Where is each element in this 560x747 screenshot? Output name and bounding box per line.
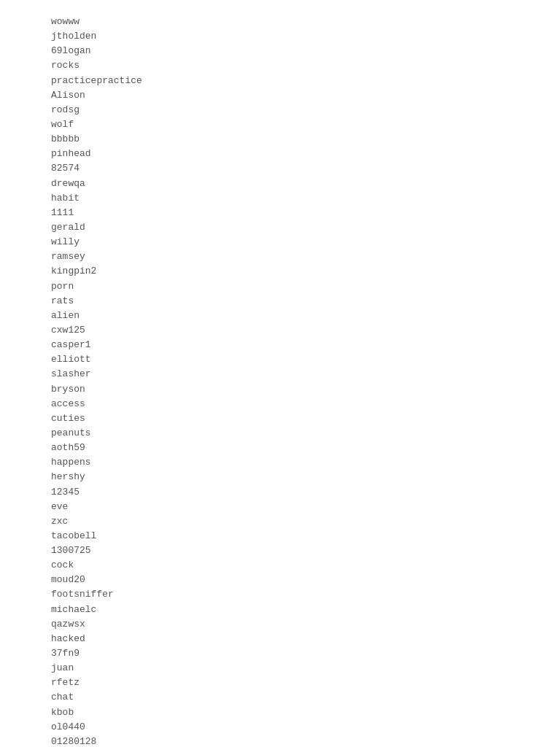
list-item: 82574	[51, 161, 509, 176]
list-item: tacobell	[51, 529, 509, 543]
list-item: hershy	[51, 470, 509, 484]
list-item: happens	[51, 455, 509, 470]
word-list: wowwwjtholden69loganrockspracticepractic…	[51, 15, 509, 747]
list-item: Alison	[51, 88, 509, 103]
list-item: kingpin2	[51, 264, 509, 279]
list-item: slasher	[51, 367, 509, 382]
list-item: bryson	[51, 382, 509, 397]
list-item: peanuts	[51, 426, 509, 441]
list-item: 1300725	[51, 543, 509, 558]
list-item: porn	[51, 279, 509, 294]
list-item: jtholden	[51, 29, 509, 44]
list-item: habit	[51, 191, 509, 206]
list-item: practicepractice	[51, 74, 509, 88]
list-item: alien	[51, 309, 509, 323]
list-item: 1111	[51, 206, 509, 220]
list-item: zxc	[51, 514, 509, 529]
list-item: michaelc	[51, 603, 509, 617]
list-item: qazwsx	[51, 617, 509, 632]
list-item: rfetz	[51, 676, 509, 690]
list-item: cxw125	[51, 323, 509, 338]
list-item: 12345	[51, 485, 509, 500]
list-item: rocks	[51, 58, 509, 73]
list-item: 37fn9	[51, 646, 509, 661]
list-item: willy	[51, 235, 509, 249]
list-item: pinhead	[51, 147, 509, 161]
list-item: gerald	[51, 220, 509, 235]
list-item: moud20	[51, 573, 509, 587]
list-item: chat	[51, 690, 509, 705]
list-item: casper1	[51, 338, 509, 352]
list-item: rats	[51, 294, 509, 309]
list-item: access	[51, 397, 509, 411]
list-item: aoth59	[51, 441, 509, 455]
list-item: elliott	[51, 352, 509, 367]
list-item: rodsg	[51, 103, 509, 117]
list-item: kbob	[51, 705, 509, 720]
list-item: wolf	[51, 117, 509, 132]
list-item: wowww	[51, 15, 509, 29]
list-item: eve	[51, 500, 509, 514]
list-item: juan	[51, 661, 509, 676]
list-item: bbbbb	[51, 132, 509, 147]
list-item: 69logan	[51, 44, 509, 58]
list-item: drewqa	[51, 177, 509, 191]
list-item: cuties	[51, 411, 509, 426]
list-item: ol0440	[51, 720, 509, 735]
list-item: cock	[51, 558, 509, 573]
list-item: ramsey	[51, 249, 509, 264]
list-item: 01280128	[51, 735, 509, 747]
list-item: footsniffer	[51, 587, 509, 602]
list-item: hacked	[51, 632, 509, 646]
